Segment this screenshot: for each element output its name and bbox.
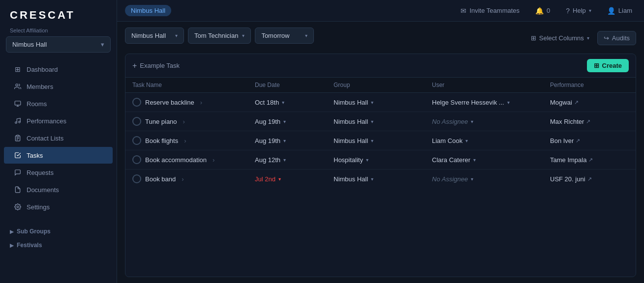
performance-cell[interactable]: Bon Iver ↗ [550,137,629,144]
table-icon: ⊞ [531,34,536,42]
group-cell[interactable]: Nimbus Hall ▾ [334,99,432,106]
user-cell[interactable]: No Assignee ▾ [432,175,550,183]
user-menu-button[interactable]: 👤 Liam [603,5,636,17]
due-date-cell[interactable]: Jul 2nd ▾ [255,175,334,183]
sidebar-item-label: Performances [27,117,66,125]
sidebar-item-members[interactable]: Members [4,78,113,95]
sidebar-item-documents[interactable]: Documents [4,181,113,198]
group-cell[interactable]: Nimbus Hall ▾ [334,118,432,125]
task-check-button[interactable] [132,98,141,107]
task-expand-icon[interactable]: › [213,156,215,164]
task-expand-icon[interactable]: › [182,175,184,183]
affiliation-dropdown[interactable]: Nimbus Hall ▾ [6,36,111,53]
group-cell[interactable]: Nimbus Hall ▾ [334,175,432,183]
sidebar-item-rooms[interactable]: Rooms [4,95,113,112]
sidebar-item-dashboard[interactable]: ⊞ Dashboard [4,61,113,78]
due-date-cell[interactable]: Aug 19th ▾ [255,137,334,144]
location-badge: Nimbus Hall [125,5,171,16]
dashboard-icon: ⊞ [14,65,22,73]
external-link-icon: ↗ [586,118,590,125]
sidebar-item-requests[interactable]: Requests [4,164,113,181]
festivals-label: Festivals [17,242,42,249]
venue-filter-chevron-icon: ▾ [175,33,178,38]
sidebar-item-label: Rooms [27,100,47,108]
festivals-section[interactable]: ▶ Festivals [0,237,117,251]
create-btn-label: Create [602,62,622,69]
task-check-button[interactable] [132,155,141,164]
user-cell[interactable]: No Assignee ▾ [432,118,550,125]
audits-button[interactable]: ↩ Audits [597,31,636,45]
documents-icon [14,186,22,194]
create-task-button[interactable]: ⊞ Create [587,59,629,72]
table-row: Book accommodation › Aug 12th ▾ Hospital… [125,150,636,170]
task-name: Tune piano [145,118,177,125]
user-value: Clara Caterer [432,156,470,164]
due-date-cell[interactable]: Aug 12th ▾ [255,156,334,164]
task-check-button[interactable] [132,174,141,183]
sidebar-item-label: Tasks [27,152,43,159]
performance-cell[interactable]: Mogwai ↗ [550,99,629,106]
task-check-button[interactable] [132,117,141,126]
task-expand-icon[interactable]: › [183,118,185,125]
invite-label: Invite Teammates [469,7,520,14]
performance-cell[interactable]: USF 20. juni ↗ [550,175,629,183]
user-cell[interactable]: Helge Sverre Hessevik ... ▾ [432,99,550,106]
task-name: Reserve backline [145,99,194,106]
topbar-right: ✉ Invite Teammates 🔔 0 ? Help ▾ 👤 Liam [457,5,636,17]
invite-teammates-button[interactable]: ✉ Invite Teammates [457,5,523,17]
group-cell[interactable]: Nimbus Hall ▾ [334,137,432,144]
assignee-filter-value: Tom Technician [194,32,238,39]
affiliation-chevron-icon: ▾ [101,41,104,48]
add-task-area[interactable]: + Example Task [132,61,583,70]
svg-rect-1 [15,101,21,105]
tasks-icon [14,151,22,159]
select-columns-button[interactable]: ⊞ Select Columns ▾ [527,32,593,44]
sidebar: CRESCAT Select Affiliation Nimbus Hall ▾… [0,0,117,283]
user-cell[interactable]: Liam Cook ▾ [432,137,550,144]
performance-cell[interactable]: Max Richter ↗ [550,118,629,125]
user-cell[interactable]: Clara Caterer ▾ [432,156,550,164]
group-value: Nimbus Hall [334,99,368,106]
due-date-filter-value: Tomorrow [261,32,289,39]
col-task-name: Task Name [132,82,255,88]
notifications-button[interactable]: 🔔 0 [531,5,554,17]
table-row: Reserve backline › Oct 18th ▾ Nimbus Hal… [125,93,636,112]
sidebar-item-label: Contact Lists [27,135,63,142]
members-icon [14,83,22,90]
task-expand-icon[interactable]: › [200,99,202,106]
sidebar-item-settings[interactable]: Settings [4,198,113,215]
sidebar-item-contact-lists[interactable]: Contact Lists [4,130,113,146]
task-check-button[interactable] [132,136,141,145]
sidebar-item-label: Documents [27,186,59,194]
task-name-cell: Book accommodation › [132,155,255,164]
group-dropdown-icon: ▾ [371,176,373,182]
sidebar-item-performances[interactable]: Performances [4,113,113,129]
external-link-icon: ↗ [576,138,580,144]
help-button[interactable]: ? Help ▾ [562,5,595,17]
venue-filter[interactable]: Nimbus Hall ▾ [125,28,184,44]
task-expand-icon[interactable]: › [184,137,186,144]
user-value: Helge Sverre Hessevik ... [432,99,504,106]
contact-lists-icon [14,134,22,142]
due-date-cell[interactable]: Aug 19th ▾ [255,118,334,125]
assignee-filter[interactable]: Tom Technician ▾ [188,28,251,44]
group-dropdown-icon: ▾ [371,100,373,105]
festivals-expand-icon: ▶ [10,243,14,248]
sub-groups-section[interactable]: ▶ Sub Groups [0,223,117,237]
group-dropdown-icon: ▾ [371,138,373,143]
topbar: Nimbus Hall ✉ Invite Teammates 🔔 0 ? Hel… [117,0,644,22]
sidebar-item-label: Settings [27,203,50,211]
help-icon: ? [566,7,570,15]
due-date-cell[interactable]: Oct 18th ▾ [255,99,334,106]
sidebar-item-label: Members [27,83,53,90]
group-cell[interactable]: Hospitality ▾ [334,156,432,164]
external-link-icon: ↗ [587,176,592,182]
group-dropdown-icon: ▾ [366,157,368,163]
due-date-filter[interactable]: Tomorrow ▾ [255,28,314,44]
performance-cell[interactable]: Tame Impala ↗ [550,156,629,164]
sidebar-item-tasks[interactable]: Tasks [4,147,113,164]
date-dropdown-icon: ▾ [283,157,286,163]
date-dropdown-icon: ▾ [282,100,284,105]
table-row: Book band › Jul 2nd ▾ Nimbus Hall ▾ No A… [125,170,636,188]
group-dropdown-icon: ▾ [371,119,373,124]
